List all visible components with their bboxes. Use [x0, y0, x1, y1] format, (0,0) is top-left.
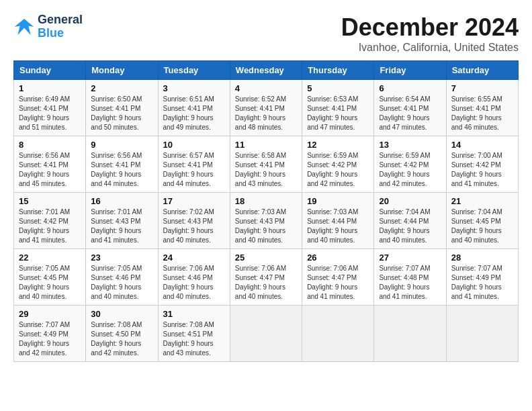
day-number: 27 — [379, 253, 441, 263]
day-info: Sunrise: 6:59 AM Sunset: 4:42 PM Dayligh… — [379, 151, 441, 189]
calendar-cell: 22Sunrise: 7:05 AM Sunset: 4:45 PM Dayli… — [14, 249, 86, 306]
calendar-cell: 26Sunrise: 7:06 AM Sunset: 4:47 PM Dayli… — [302, 249, 374, 306]
day-info: Sunrise: 7:05 AM Sunset: 4:46 PM Dayligh… — [91, 264, 152, 302]
day-info: Sunrise: 6:58 AM Sunset: 4:41 PM Dayligh… — [235, 151, 297, 189]
calendar-cell: 3Sunrise: 6:51 AM Sunset: 4:41 PM Daylig… — [158, 80, 230, 136]
calendar-cell: 28Sunrise: 7:07 AM Sunset: 4:49 PM Dayli… — [446, 249, 518, 306]
calendar-cell: 8Sunrise: 6:56 AM Sunset: 4:41 PM Daylig… — [14, 136, 86, 193]
day-number: 22 — [19, 253, 81, 263]
day-number: 31 — [163, 309, 225, 319]
day-number: 21 — [451, 196, 513, 206]
calendar-cell: 15Sunrise: 7:01 AM Sunset: 4:42 PM Dayli… — [14, 193, 86, 249]
calendar-cell: 18Sunrise: 7:03 AM Sunset: 4:43 PM Dayli… — [230, 193, 302, 249]
day-info: Sunrise: 7:08 AM Sunset: 4:51 PM Dayligh… — [163, 320, 225, 358]
logo: General Blue — [13, 13, 83, 40]
calendar-cell — [446, 306, 518, 362]
day-number: 29 — [19, 309, 81, 319]
day-info: Sunrise: 6:56 AM Sunset: 4:41 PM Dayligh… — [91, 151, 152, 189]
calendar-week-row: 1Sunrise: 6:49 AM Sunset: 4:41 PM Daylig… — [14, 80, 519, 136]
calendar-cell: 6Sunrise: 6:54 AM Sunset: 4:41 PM Daylig… — [374, 80, 446, 136]
day-info: Sunrise: 6:51 AM Sunset: 4:41 PM Dayligh… — [163, 95, 225, 132]
day-number: 2 — [91, 83, 152, 93]
day-info: Sunrise: 6:55 AM Sunset: 4:41 PM Dayligh… — [451, 95, 513, 132]
day-number: 19 — [307, 196, 369, 206]
day-number: 28 — [451, 253, 513, 263]
calendar-week-row: 29Sunrise: 7:07 AM Sunset: 4:49 PM Dayli… — [14, 306, 519, 362]
calendar-cell: 16Sunrise: 7:01 AM Sunset: 4:43 PM Dayli… — [86, 193, 158, 249]
day-info: Sunrise: 6:50 AM Sunset: 4:41 PM Dayligh… — [91, 95, 152, 132]
calendar-cell — [374, 306, 446, 362]
day-info: Sunrise: 7:04 AM Sunset: 4:45 PM Dayligh… — [451, 208, 513, 245]
calendar-day-header: Tuesday — [158, 61, 230, 80]
day-info: Sunrise: 6:54 AM Sunset: 4:41 PM Dayligh… — [379, 95, 441, 132]
day-info: Sunrise: 7:04 AM Sunset: 4:44 PM Dayligh… — [379, 208, 441, 245]
day-info: Sunrise: 7:03 AM Sunset: 4:44 PM Dayligh… — [307, 208, 369, 245]
day-info: Sunrise: 7:07 AM Sunset: 4:49 PM Dayligh… — [451, 264, 513, 302]
calendar-cell: 14Sunrise: 7:00 AM Sunset: 4:42 PM Dayli… — [446, 136, 518, 193]
page-title: December 2024 — [341, 13, 519, 42]
day-number: 8 — [19, 140, 81, 150]
day-info: Sunrise: 6:59 AM Sunset: 4:42 PM Dayligh… — [307, 151, 369, 189]
calendar-week-row: 15Sunrise: 7:01 AM Sunset: 4:42 PM Dayli… — [14, 193, 519, 249]
day-number: 7 — [451, 83, 513, 93]
day-info: Sunrise: 6:49 AM Sunset: 4:41 PM Dayligh… — [19, 95, 81, 132]
day-info: Sunrise: 7:06 AM Sunset: 4:47 PM Dayligh… — [235, 264, 297, 302]
calendar-cell: 23Sunrise: 7:05 AM Sunset: 4:46 PM Dayli… — [86, 249, 158, 306]
calendar-cell: 30Sunrise: 7:08 AM Sunset: 4:50 PM Dayli… — [86, 306, 158, 362]
day-number: 1 — [19, 83, 81, 93]
title-section: December 2024 Ivanhoe, California, Unite… — [341, 13, 519, 54]
day-number: 4 — [235, 83, 297, 93]
calendar-day-header: Wednesday — [230, 61, 302, 80]
day-info: Sunrise: 7:03 AM Sunset: 4:43 PM Dayligh… — [235, 208, 297, 245]
day-info: Sunrise: 7:01 AM Sunset: 4:42 PM Dayligh… — [19, 208, 81, 245]
day-info: Sunrise: 6:57 AM Sunset: 4:41 PM Dayligh… — [163, 151, 225, 189]
calendar-cell: 7Sunrise: 6:55 AM Sunset: 4:41 PM Daylig… — [446, 80, 518, 136]
calendar-cell: 31Sunrise: 7:08 AM Sunset: 4:51 PM Dayli… — [158, 306, 230, 362]
day-info: Sunrise: 7:05 AM Sunset: 4:45 PM Dayligh… — [19, 264, 81, 302]
calendar-cell: 1Sunrise: 6:49 AM Sunset: 4:41 PM Daylig… — [14, 80, 86, 136]
day-number: 17 — [163, 196, 225, 206]
day-info: Sunrise: 6:56 AM Sunset: 4:41 PM Dayligh… — [19, 151, 81, 189]
day-info: Sunrise: 7:08 AM Sunset: 4:50 PM Dayligh… — [91, 320, 152, 358]
day-number: 30 — [91, 309, 152, 319]
calendar-cell: 17Sunrise: 7:02 AM Sunset: 4:43 PM Dayli… — [158, 193, 230, 249]
calendar-cell — [302, 306, 374, 362]
day-number: 24 — [163, 253, 225, 263]
calendar-cell: 27Sunrise: 7:07 AM Sunset: 4:48 PM Dayli… — [374, 249, 446, 306]
logo-text: General Blue — [38, 13, 83, 40]
day-info: Sunrise: 6:52 AM Sunset: 4:41 PM Dayligh… — [235, 95, 297, 132]
day-number: 25 — [235, 253, 297, 263]
calendar-cell: 25Sunrise: 7:06 AM Sunset: 4:47 PM Dayli… — [230, 249, 302, 306]
day-number: 5 — [307, 83, 369, 93]
calendar-header-row: SundayMondayTuesdayWednesdayThursdayFrid… — [14, 61, 519, 80]
day-info: Sunrise: 7:07 AM Sunset: 4:48 PM Dayligh… — [379, 264, 441, 302]
calendar-cell: 2Sunrise: 6:50 AM Sunset: 4:41 PM Daylig… — [86, 80, 158, 136]
day-number: 16 — [91, 196, 152, 206]
day-number: 12 — [307, 140, 369, 150]
day-number: 13 — [379, 140, 441, 150]
calendar-cell: 12Sunrise: 6:59 AM Sunset: 4:42 PM Dayli… — [302, 136, 374, 193]
day-info: Sunrise: 7:06 AM Sunset: 4:46 PM Dayligh… — [163, 264, 225, 302]
calendar-day-header: Thursday — [302, 61, 374, 80]
calendar-week-row: 22Sunrise: 7:05 AM Sunset: 4:45 PM Dayli… — [14, 249, 519, 306]
day-number: 15 — [19, 196, 81, 206]
calendar-cell: 20Sunrise: 7:04 AM Sunset: 4:44 PM Dayli… — [374, 193, 446, 249]
day-info: Sunrise: 7:02 AM Sunset: 4:43 PM Dayligh… — [163, 208, 225, 245]
calendar-cell: 4Sunrise: 6:52 AM Sunset: 4:41 PM Daylig… — [230, 80, 302, 136]
day-number: 23 — [91, 253, 152, 263]
calendar-cell: 24Sunrise: 7:06 AM Sunset: 4:46 PM Dayli… — [158, 249, 230, 306]
day-number: 20 — [379, 196, 441, 206]
calendar-cell: 19Sunrise: 7:03 AM Sunset: 4:44 PM Dayli… — [302, 193, 374, 249]
day-number: 11 — [235, 140, 297, 150]
calendar-day-header: Monday — [86, 61, 158, 80]
calendar-day-header: Friday — [374, 61, 446, 80]
day-number: 6 — [379, 83, 441, 93]
page-subtitle: Ivanhoe, California, United States — [341, 42, 519, 54]
logo-icon — [13, 16, 35, 38]
calendar-cell: 13Sunrise: 6:59 AM Sunset: 4:42 PM Dayli… — [374, 136, 446, 193]
svg-marker-0 — [15, 19, 34, 35]
calendar-cell — [230, 306, 302, 362]
day-info: Sunrise: 7:07 AM Sunset: 4:49 PM Dayligh… — [19, 320, 81, 358]
calendar-cell: 5Sunrise: 6:53 AM Sunset: 4:41 PM Daylig… — [302, 80, 374, 136]
day-info: Sunrise: 7:06 AM Sunset: 4:47 PM Dayligh… — [307, 264, 369, 302]
